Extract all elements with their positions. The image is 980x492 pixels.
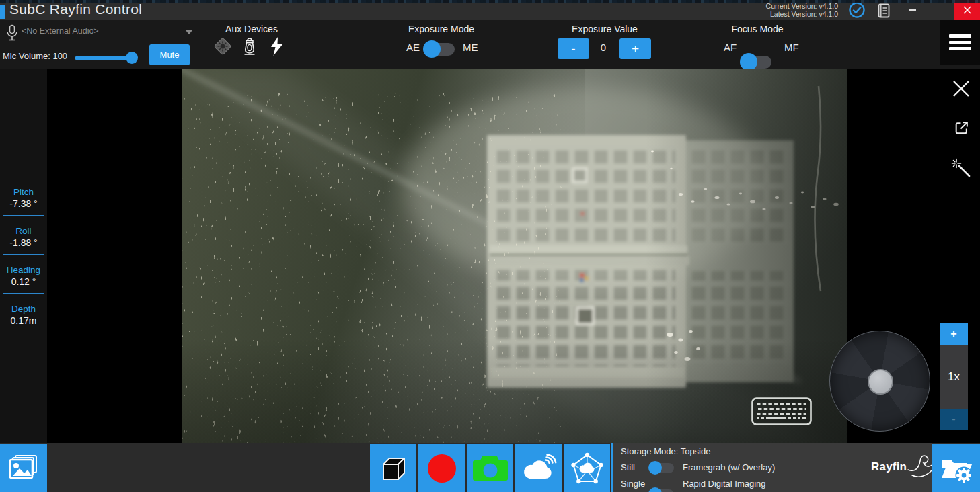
camera-icon	[472, 454, 509, 483]
exposure-value-label: Exposure Value	[564, 24, 645, 34]
divider	[3, 293, 44, 294]
still-mode-toggle[interactable]	[650, 463, 674, 473]
depth-value: 0.17m	[0, 315, 47, 326]
single-mode-label: Single	[621, 479, 645, 489]
toggle-thumb	[423, 40, 441, 58]
focus-mode-label: Focus Mode	[717, 24, 798, 34]
top-video-noise-strip	[0, 0, 980, 3]
hamburger-icon	[949, 34, 971, 38]
rayfin-logo: Rayfin	[871, 452, 936, 482]
mute-button[interactable]: Mute	[149, 44, 190, 65]
exposure-mode-left-option: AE	[406, 42, 420, 53]
virtual-keyboard-button[interactable]	[749, 395, 814, 427]
close-overlay-button[interactable]	[948, 76, 974, 101]
toggle-thumb	[648, 487, 662, 492]
video-region: + 1x -	[47, 69, 980, 443]
exposure-value: 0	[595, 42, 612, 53]
3d-model-button[interactable]	[370, 444, 416, 492]
rayfin-control-window: SubC Rayfin Control Current Version: v4.…	[0, 0, 980, 492]
zoom-out-button[interactable]: -	[940, 409, 968, 430]
popout-view-button[interactable]	[950, 116, 973, 139]
maximize-icon	[936, 7, 942, 13]
mic-volume-label: Mic Volume: 100	[3, 51, 67, 61]
aux-devices-label: Aux Devices	[214, 24, 289, 34]
telemetry-sidebar: Pitch -7.38 ° Roll -1.88 ° Heading 0.12 …	[0, 69, 47, 443]
release-notes-icon[interactable]	[876, 3, 891, 19]
update-check-icon[interactable]	[848, 1, 866, 19]
exposure-mode-label: Exposure Mode	[401, 24, 482, 34]
heading-label: Heading	[0, 265, 47, 275]
camera-video-feed	[182, 69, 847, 443]
dropdown-underline	[18, 42, 193, 42]
keyboard-icon	[751, 397, 812, 425]
divider	[3, 254, 44, 255]
version-info: Current Version: v4.1.0 Latest Version: …	[760, 2, 838, 18]
single-mode-option: Rapid Digital Imaging	[683, 479, 766, 489]
capture-still-button[interactable]	[467, 444, 513, 492]
zoom-in-button[interactable]: +	[940, 323, 968, 345]
focus-mode-right-option: MF	[784, 42, 799, 53]
storage-mode-label: Storage Mode: Topside	[621, 446, 710, 456]
toggle-thumb	[740, 53, 757, 71]
exposure-decrease-button[interactable]: -	[558, 38, 589, 59]
lamp-icon[interactable]	[241, 36, 258, 56]
zoom-control: + 1x -	[940, 323, 968, 430]
media-gallery-button[interactable]	[0, 444, 47, 492]
rayfin-logo-text: Rayfin	[871, 460, 907, 474]
magic-wand-icon	[951, 158, 971, 178]
gallery-icon	[8, 454, 39, 482]
strobe-icon[interactable]	[269, 36, 285, 56]
brand-accent-bar	[0, 5, 5, 19]
close-icon	[952, 79, 971, 98]
latest-version: Latest Version: v4.1.0	[760, 10, 838, 18]
depth-label: Depth	[0, 304, 47, 314]
pentagon-network-icon	[570, 452, 604, 485]
record-video-button[interactable]	[418, 444, 465, 492]
close-icon	[963, 6, 971, 14]
cloud-signal-icon	[521, 454, 557, 483]
audio-source-dropdown[interactable]: <No External Audio>	[22, 26, 99, 36]
toggle-thumb	[648, 461, 662, 475]
title-bar: SubC Rayfin Control Current Version: v4.…	[0, 0, 980, 20]
cube-icon	[380, 455, 407, 482]
pan-tilt-joystick[interactable]	[829, 331, 930, 432]
folder-gear-icon	[940, 453, 973, 484]
storage-settings-panel: Storage Mode: Topside Still Framegrab (w…	[611, 443, 932, 492]
single-mode-toggle[interactable]	[650, 489, 674, 492]
roll-label: Roll	[0, 226, 47, 236]
microphone-icon	[5, 24, 19, 45]
focus-mode-left-option: AF	[724, 42, 737, 53]
still-mode-label: Still	[621, 462, 635, 473]
chevron-down-icon[interactable]	[186, 30, 192, 34]
roll-value: -1.88 °	[0, 237, 47, 248]
bottom-bar: Storage Mode: Topside Still Framegrab (w…	[0, 443, 980, 492]
zoom-level: 1x	[940, 345, 968, 409]
laser-icon[interactable]	[213, 36, 233, 56]
app-title: SubC Rayfin Control	[9, 1, 142, 17]
minimize-icon	[909, 9, 916, 11]
exposure-mode-right-option: ME	[463, 42, 478, 53]
record-icon	[428, 454, 456, 483]
cloud-stream-button[interactable]	[515, 444, 562, 492]
mic-volume-slider[interactable]	[75, 52, 139, 63]
network-imaging-button[interactable]	[564, 444, 610, 492]
toolbar: <No External Audio> Mic Volume: 100 Mute…	[0, 20, 980, 69]
still-mode-option: Framegrab (w/ Overlay)	[683, 462, 775, 473]
exposure-increase-button[interactable]: +	[619, 38, 651, 59]
external-link-icon	[953, 120, 970, 136]
exposure-mode-toggle[interactable]	[425, 43, 455, 56]
divider	[3, 215, 44, 216]
slider-thumb[interactable]	[126, 52, 138, 64]
heading-value: 0.12 °	[0, 276, 47, 287]
focus-mode-toggle[interactable]	[742, 56, 771, 69]
enhance-button[interactable]	[948, 155, 974, 181]
pitch-value: -7.38 °	[0, 198, 47, 209]
pitch-label: Pitch	[0, 187, 47, 197]
file-manager-button[interactable]	[932, 444, 980, 492]
joystick-knob[interactable]	[868, 369, 893, 395]
menu-button[interactable]	[940, 20, 980, 65]
